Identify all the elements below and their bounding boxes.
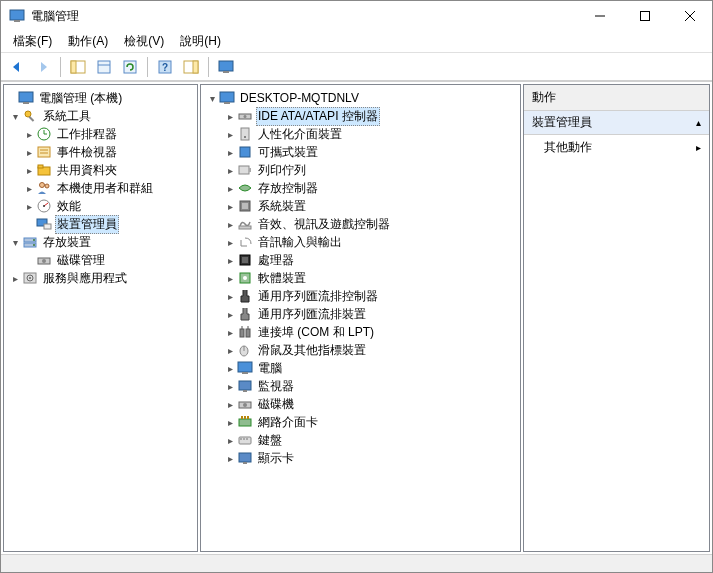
svg-rect-17	[19, 92, 33, 102]
expand-icon[interactable]: ▸	[223, 145, 237, 159]
expand-icon[interactable]: ▸	[223, 235, 237, 249]
expand-icon[interactable]: ▸	[223, 325, 237, 339]
tree-event-viewer[interactable]: ▸ 事件檢視器	[4, 143, 197, 161]
expand-icon[interactable]: ▸	[223, 397, 237, 411]
category-label: 顯示卡	[256, 450, 296, 467]
menu-help[interactable]: 說明(H)	[172, 31, 229, 52]
category-label: 可攜式裝置	[256, 144, 320, 161]
menu-file[interactable]: 檔案(F)	[5, 31, 60, 52]
tree-root[interactable]: ▾ 電腦管理 (本機)	[4, 89, 197, 107]
device-category[interactable]: ▸通用序列匯流排控制器	[201, 287, 520, 305]
help-button[interactable]: ?	[153, 55, 177, 79]
expand-icon[interactable]: ▸	[223, 199, 237, 213]
tree-services[interactable]: ▸ 服務與應用程式	[4, 269, 197, 287]
device-category[interactable]: ▸軟體裝置	[201, 269, 520, 287]
minimize-button[interactable]	[577, 1, 622, 31]
tree-storage[interactable]: ▾ 存放裝置	[4, 233, 197, 251]
device-category[interactable]: ▸網路介面卡	[201, 413, 520, 431]
monitor-button[interactable]	[214, 55, 238, 79]
actions-pane: 動作 裝置管理員 ▴ 其他動作 ▸	[523, 84, 710, 552]
expand-icon[interactable]: ▸	[223, 127, 237, 141]
device-category[interactable]: ▸滑鼠及其他指標裝置	[201, 341, 520, 359]
expand-icon[interactable]: ▸	[22, 127, 36, 141]
refresh-button[interactable]	[118, 55, 142, 79]
category-label: 音訊輸入與輸出	[256, 234, 344, 251]
expand-icon[interactable]: ▸	[223, 451, 237, 465]
expand-icon[interactable]: ▾	[8, 235, 22, 249]
expand-icon[interactable]: ▸	[22, 145, 36, 159]
device-category[interactable]: ▸監視器	[201, 377, 520, 395]
svg-point-38	[33, 239, 35, 241]
users-icon	[36, 180, 52, 196]
menu-action[interactable]: 動作(A)	[60, 31, 116, 52]
expand-icon[interactable]: ▸	[223, 271, 237, 285]
expand-icon[interactable]: ▸	[8, 271, 22, 285]
tree-disk-mgmt[interactable]: ▸ 磁碟管理	[4, 251, 197, 269]
category-icon	[237, 360, 253, 376]
expand-icon[interactable]: ▸	[223, 343, 237, 357]
expand-icon[interactable]: ▸	[223, 181, 237, 195]
toolbar: ?	[1, 53, 712, 81]
expand-icon[interactable]: ▸	[223, 433, 237, 447]
tree-shared-folders[interactable]: ▸ 共用資料夾	[4, 161, 197, 179]
svg-rect-46	[224, 102, 230, 104]
actions-section[interactable]: 裝置管理員 ▴	[524, 111, 709, 135]
device-category[interactable]: ▸系統裝置	[201, 197, 520, 215]
properties-button[interactable]	[92, 55, 116, 79]
close-button[interactable]	[667, 1, 712, 31]
category-label: 存放控制器	[256, 180, 320, 197]
category-label: 人性化介面裝置	[256, 126, 344, 143]
device-category[interactable]: ▸人性化介面裝置	[201, 125, 520, 143]
device-category[interactable]: ▸IDE ATA/ATAPI 控制器	[201, 107, 520, 125]
expand-icon[interactable]: ▸	[22, 181, 36, 195]
maximize-button[interactable]	[622, 1, 667, 31]
storage-icon	[22, 234, 38, 250]
device-category[interactable]: ▸顯示卡	[201, 449, 520, 467]
expand-icon[interactable]: ▸	[223, 217, 237, 231]
tree-local-users[interactable]: ▸ 本機使用者和群組	[4, 179, 197, 197]
device-category[interactable]: ▸存放控制器	[201, 179, 520, 197]
svg-rect-51	[240, 147, 250, 157]
tree-performance[interactable]: ▸ 效能	[4, 197, 197, 215]
app-icon	[9, 8, 25, 24]
device-category[interactable]: ▸音訊輸入與輸出	[201, 233, 520, 251]
expand-icon[interactable]: ▾	[205, 91, 219, 105]
expand-icon[interactable]: ▸	[223, 307, 237, 321]
device-category[interactable]: ▸連接埠 (COM 和 LPT)	[201, 323, 520, 341]
status-bar	[1, 554, 712, 572]
menu-view[interactable]: 檢視(V)	[116, 31, 172, 52]
device-category[interactable]: ▸通用序列匯流排裝置	[201, 305, 520, 323]
device-tree[interactable]: ▾ DESKTOP-MQTDNLV ▸IDE ATA/ATAPI 控制器▸人性化…	[200, 84, 521, 552]
device-category[interactable]: ▸音效、視訊及遊戲控制器	[201, 215, 520, 233]
back-button[interactable]	[5, 55, 29, 79]
tree-device-manager[interactable]: ▸ 裝置管理員	[4, 215, 197, 233]
forward-button[interactable]	[31, 55, 55, 79]
category-icon	[237, 414, 253, 430]
expand-icon[interactable]: ▸	[223, 109, 237, 123]
svg-point-33	[43, 205, 45, 207]
expand-icon[interactable]: ▸	[223, 361, 237, 375]
device-category[interactable]: ▸磁碟機	[201, 395, 520, 413]
device-root[interactable]: ▾ DESKTOP-MQTDNLV	[201, 89, 520, 107]
expand-icon[interactable]: ▸	[223, 415, 237, 429]
expand-icon[interactable]: ▸	[22, 163, 36, 177]
actions-more[interactable]: 其他動作 ▸	[524, 135, 709, 160]
tree-systemtools[interactable]: ▾ 系統工具	[4, 107, 197, 125]
expand-icon[interactable]: ▸	[223, 289, 237, 303]
event-icon	[36, 144, 52, 160]
action-pane-button[interactable]	[179, 55, 203, 79]
device-category[interactable]: ▸列印佇列	[201, 161, 520, 179]
expand-icon[interactable]: ▾	[8, 109, 22, 123]
expand-icon[interactable]: ▸	[223, 379, 237, 393]
device-category[interactable]: ▸處理器	[201, 251, 520, 269]
device-category[interactable]: ▸可攜式裝置	[201, 143, 520, 161]
expand-icon[interactable]: ▸	[22, 199, 36, 213]
expand-icon[interactable]: ▸	[223, 163, 237, 177]
expand-icon[interactable]: ▸	[223, 253, 237, 267]
show-hide-tree-button[interactable]	[66, 55, 90, 79]
device-category[interactable]: ▸電腦	[201, 359, 520, 377]
tree-task-scheduler[interactable]: ▸ 工作排程器	[4, 125, 197, 143]
console-tree[interactable]: ▾ 電腦管理 (本機) ▾ 系統工具 ▸ 工作排程器 ▸ 事件檢	[3, 84, 198, 552]
device-category[interactable]: ▸鍵盤	[201, 431, 520, 449]
svg-rect-79	[243, 438, 245, 440]
